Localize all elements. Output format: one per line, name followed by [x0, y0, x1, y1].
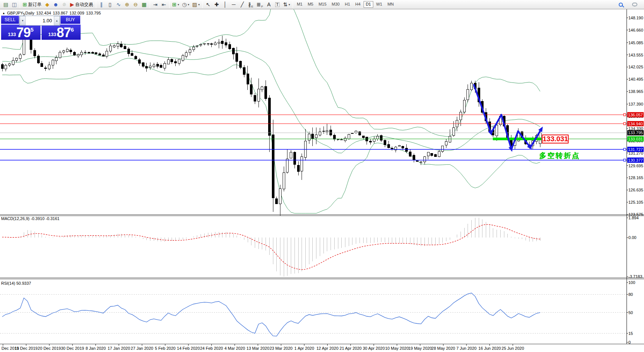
date-label: 7 Jun 2020: [456, 346, 477, 351]
date-label: 27 Jan 2020: [131, 346, 153, 351]
volume-decrease-button[interactable]: ▼: [20, 16, 26, 25]
text-button[interactable]: A: [264, 1, 273, 9]
buy-price-button[interactable]: 133 87 6: [42, 25, 81, 40]
date-label: 28 May 2020: [432, 346, 455, 351]
rsi-tick-label: 0: [628, 340, 631, 345]
text-label-button[interactable]: T: [273, 1, 282, 9]
data-window-button[interactable]: ◫: [10, 1, 19, 9]
market-watch-icon: ▤: [3, 2, 8, 7]
autotrading-icon: ▶: [70, 2, 74, 7]
price-axis-layer: 148.190146.660145.085143.555142.025140.4…: [627, 16, 643, 345]
volume-input[interactable]: 1.00: [26, 16, 54, 25]
timeframe-m30[interactable]: M30: [329, 1, 342, 8]
price-tick-label: 129.695: [628, 164, 643, 168]
volume-increase-button[interactable]: ▲: [54, 16, 60, 25]
collapse-icon[interactable]: ▲: [2, 12, 5, 15]
toolbar-separator: [96, 1, 96, 8]
toolbar-group: ▤◫: [1, 1, 19, 9]
chevron-down-icon: ▾: [198, 3, 200, 6]
periods-button[interactable]: ◷▾: [180, 1, 191, 9]
timeframe-m1[interactable]: M1: [295, 1, 305, 8]
timeframe-w1[interactable]: W1: [374, 1, 385, 8]
chart-area[interactable]: 148.190146.660145.085143.555142.025140.4…: [0, 9, 644, 352]
text-label-icon: T: [275, 2, 280, 7]
tile-windows-button[interactable]: ▦: [140, 1, 149, 9]
turning-point-note[interactable]: 多空转折点: [539, 151, 580, 161]
level-price-box[interactable]: 131.727: [628, 147, 643, 152]
macd-tick-label: 0.00: [628, 235, 636, 240]
line-chart-button[interactable]: ∿: [114, 1, 123, 9]
fibonacci-icon-sub: F: [261, 5, 263, 8]
toolbar-group: ⊞新订单◆☻⌾▶自动交易: [21, 1, 95, 9]
buy-price-prefix: 133: [48, 32, 56, 37]
timeframe-mn[interactable]: MN: [385, 1, 396, 8]
sell-price-button[interactable]: 133 79 5: [1, 25, 40, 40]
trendline-button[interactable]: ╱: [238, 1, 247, 9]
level-price-box[interactable]: 133.795: [628, 130, 643, 135]
chevron-down-icon: ▾: [188, 3, 189, 6]
crosshair-button[interactable]: ✚: [212, 1, 221, 9]
arrows-button[interactable]: ⇅▾: [282, 1, 292, 9]
date-label: 24 Feb 2020: [200, 346, 223, 351]
chart-canvas[interactable]: 148.190146.660145.085143.555142.025140.4…: [0, 9, 644, 352]
horizontal-line-button[interactable]: ─: [230, 1, 238, 9]
sell-button[interactable]: SELL: [1, 16, 19, 25]
new-order-button[interactable]: ⊞新订单: [21, 1, 43, 9]
main-toolbar: ▤◫⊞新订单◆☻⌾▶自动交易∥▯∿⊕⊖▦⇥⇤⊞▾◷▾▨▾↖✚│─╱∦E≣FAT⇅…: [0, 0, 644, 9]
signals-button[interactable]: ⌾: [60, 1, 69, 9]
symbol-period-label: GBPJPY-,Daily: [7, 11, 35, 15]
timeframe-m15[interactable]: M15: [316, 1, 329, 8]
timeframe-h1[interactable]: H1: [343, 1, 352, 8]
cursor-button[interactable]: ↖: [204, 1, 212, 9]
toolbar-separator: [150, 1, 150, 8]
community-button[interactable]: ☻: [52, 1, 60, 9]
zoom-in-button[interactable]: ⊕: [123, 1, 131, 9]
autotrading-button[interactable]: ▶自动交易: [69, 1, 95, 9]
date-label: 12 Apr 2020: [316, 346, 338, 351]
vertical-line-button[interactable]: │: [221, 1, 230, 9]
toolbar-separator: [20, 1, 20, 8]
chevron-down-icon: ▾: [289, 3, 290, 6]
level-price-box[interactable]: 133.031: [628, 137, 643, 141]
sell-price-big: 79: [16, 27, 30, 38]
zoom-out-icon: ⊖: [133, 2, 138, 7]
fibonacci-button[interactable]: ≣F: [255, 1, 265, 9]
templates-icon: ▨: [192, 2, 197, 7]
candlestick-button[interactable]: ▯: [106, 1, 114, 9]
level-price-box[interactable]: 130.377: [628, 158, 643, 162]
price-tick-label: 142.025: [628, 65, 643, 69]
indicators-icon: ⊞: [172, 2, 177, 7]
rsi-indicator-label: RSI(14) 50.9337: [1, 281, 31, 285]
price-tick-label: 134.330: [628, 126, 643, 131]
market-watch-button[interactable]: ▤: [1, 1, 10, 9]
timeframe-h4[interactable]: H4: [353, 1, 363, 8]
level-price-box[interactable]: 136.057: [628, 113, 643, 117]
chart-shift-button[interactable]: ⇤: [160, 1, 168, 9]
metaeditor-button[interactable]: ◆: [43, 1, 52, 9]
price-tag-annotation[interactable]: 133.031: [542, 135, 569, 143]
chart-shift-icon: ⇤: [162, 2, 166, 7]
buy-button[interactable]: BUY: [61, 16, 80, 25]
templates-button[interactable]: ▨▾: [191, 1, 201, 9]
indicators-button[interactable]: ⊞▾: [171, 1, 181, 9]
ohlc-open: 132.434: [36, 11, 51, 15]
timeframe-m5[interactable]: M5: [305, 1, 315, 8]
bar-chart-button[interactable]: ∥: [97, 1, 106, 9]
toolbar-separator: [169, 1, 170, 8]
bollinger-bands-layer: [2, 9, 540, 213]
price-tick-label: 140.495: [628, 77, 643, 81]
chat-button[interactable]: [630, 1, 639, 9]
macd-tick-label: 1.894: [628, 216, 639, 220]
search-button[interactable]: [617, 1, 625, 9]
price-tick-label: 128.165: [628, 175, 643, 180]
rsi-tick-label: 50: [628, 310, 633, 315]
level-price-box[interactable]: 134.940: [628, 122, 643, 126]
buy-price-big: 87: [56, 27, 71, 38]
date-label: 1 Apr 2020: [295, 346, 314, 351]
equidistant-channel-button[interactable]: ∦E: [247, 1, 255, 9]
timeframe-d1[interactable]: D1: [364, 1, 373, 8]
zoom-out-button[interactable]: ⊖: [131, 1, 140, 9]
toolbar-group: ↖✚│─╱∦E≣FAT⇅▾: [204, 1, 292, 9]
equidistant-channel-icon-sub: E: [251, 5, 253, 8]
auto-scroll-button[interactable]: ⇥: [151, 1, 160, 9]
